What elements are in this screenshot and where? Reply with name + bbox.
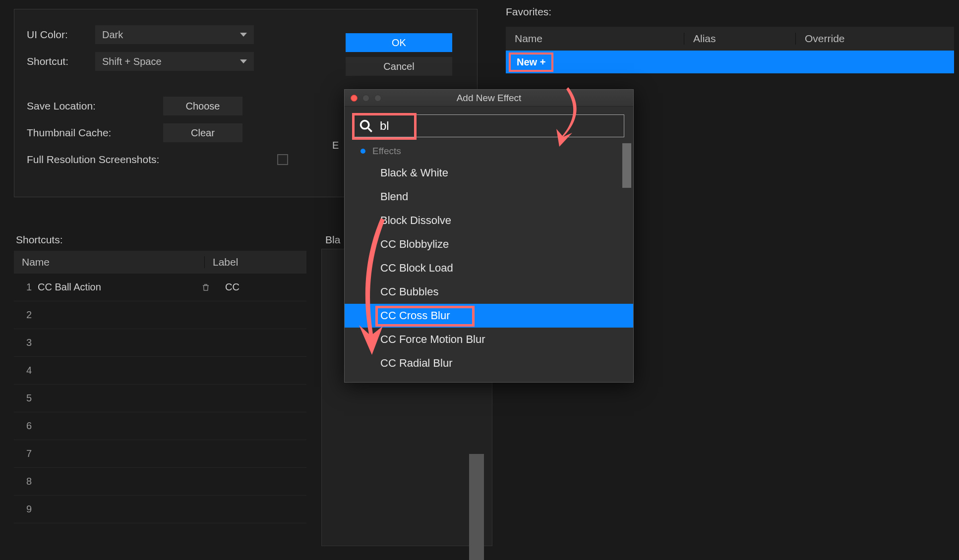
- ui-color-dropdown[interactable]: Dark: [95, 25, 254, 44]
- search-field-container[interactable]: [354, 114, 624, 137]
- effect-item[interactable]: Black & White: [345, 161, 633, 185]
- table-row[interactable]: 2: [14, 301, 306, 329]
- table-row[interactable]: 9: [14, 496, 306, 523]
- chevron-down-icon: [240, 33, 247, 37]
- favorites-col-override: Override: [796, 33, 954, 45]
- row-number: 6: [14, 420, 38, 432]
- row-number: 8: [14, 476, 38, 487]
- effect-item[interactable]: CC Force Motion Blur: [345, 328, 633, 351]
- thumbnail-cache-label: Thumbnail Cache:: [27, 127, 153, 139]
- row-number: 7: [14, 448, 38, 459]
- effect-list: Black & WhiteBlendBlock DissolveCC Blobb…: [345, 161, 633, 382]
- shortcut-dropdown[interactable]: Shift + Space: [95, 52, 254, 71]
- table-row[interactable]: 3: [14, 329, 306, 357]
- favorites-col-name: Name: [506, 33, 684, 45]
- ok-button[interactable]: OK: [346, 33, 452, 52]
- favorites-col-alias: Alias: [684, 33, 796, 45]
- table-row[interactable]: 8: [14, 468, 306, 496]
- trash-icon[interactable]: [201, 282, 210, 292]
- dialog-titlebar[interactable]: Add New Effect: [345, 90, 633, 107]
- row-name: CC Ball Action: [38, 281, 217, 293]
- table-row[interactable]: 6: [14, 412, 306, 440]
- row-number: 5: [14, 392, 38, 404]
- table-row[interactable]: 7: [14, 440, 306, 468]
- fullscreen-icon: [374, 95, 381, 102]
- dialog-title: Add New Effect: [345, 93, 633, 104]
- close-icon[interactable]: [351, 95, 358, 102]
- effect-item[interactable]: CC Radial Blur: [345, 351, 633, 375]
- row-label: CC: [217, 281, 306, 293]
- effect-item[interactable]: Block Dissolve: [345, 209, 633, 232]
- ui-color-label: UI Color:: [27, 29, 95, 41]
- shortcuts-header: Name Label: [14, 251, 306, 274]
- bullet-icon: [360, 149, 365, 154]
- effect-item[interactable]: CC Cross Blur: [345, 304, 633, 328]
- minimize-icon: [362, 95, 369, 102]
- favorites-panel: Favorites: Name Alias Override New +: [506, 6, 954, 73]
- annotation-highlight: [352, 113, 417, 140]
- effect-item[interactable]: CC Block Load: [345, 256, 633, 280]
- shortcuts-col-name: Name: [14, 256, 205, 268]
- row-number: 2: [14, 309, 38, 321]
- shortcuts-title: Shortcuts:: [16, 234, 63, 246]
- favorites-title: Favorites:: [506, 6, 954, 18]
- shortcuts-table: Name Label 1CC Ball ActionCC23456789: [14, 251, 306, 523]
- favorites-header: Name Alias Override: [506, 27, 954, 51]
- row-number: 4: [14, 365, 38, 376]
- shortcut-value: Shift + Space: [102, 56, 162, 67]
- table-row[interactable]: 1CC Ball ActionCC: [14, 274, 306, 301]
- row-number: 9: [14, 504, 38, 515]
- shortcuts-col-label: Label: [205, 256, 306, 268]
- full-res-label: Full Resolution Screenshots:: [27, 154, 163, 166]
- new-button[interactable]: New +: [509, 53, 553, 72]
- scrollbar-thumb[interactable]: [622, 143, 631, 188]
- effect-item[interactable]: Blend: [345, 185, 633, 209]
- effect-item[interactable]: CC Blobbylize: [345, 232, 633, 256]
- chevron-down-icon: [240, 59, 247, 63]
- row-number: 1: [14, 281, 38, 293]
- text-fragment: E: [332, 140, 339, 151]
- effects-category[interactable]: Effects: [345, 141, 633, 161]
- resize-handle[interactable]: [469, 454, 484, 560]
- clear-button[interactable]: Clear: [163, 123, 242, 142]
- table-row[interactable]: 4: [14, 357, 306, 385]
- category-label: Effects: [372, 146, 401, 157]
- save-location-label: Save Location:: [27, 100, 153, 112]
- row-number: 3: [14, 337, 38, 348]
- cancel-button[interactable]: Cancel: [346, 57, 452, 76]
- add-new-effect-dialog: Add New Effect Effects Black & WhiteBlen…: [344, 89, 634, 383]
- favorites-new-row[interactable]: New +: [506, 51, 954, 73]
- table-row[interactable]: 5: [14, 385, 306, 412]
- choose-button[interactable]: Choose: [163, 97, 242, 115]
- shortcut-label: Shortcut:: [27, 56, 95, 67]
- full-res-checkbox[interactable]: [277, 154, 288, 165]
- text-fragment: Bla: [325, 234, 340, 246]
- ui-color-value: Dark: [102, 29, 123, 41]
- effect-item[interactable]: CC Bubbles: [345, 280, 633, 304]
